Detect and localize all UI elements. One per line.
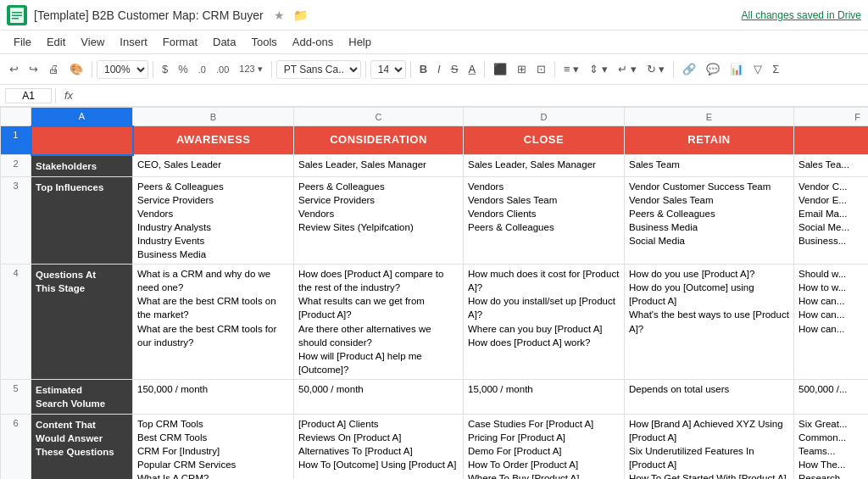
cell-f3[interactable]: Vendor C... Vendor E... Email Ma... Soci… [794, 176, 869, 265]
menu-addons[interactable]: Add-ons [286, 34, 340, 50]
row-num-6[interactable]: 6 [1, 415, 31, 479]
bold-button[interactable]: B [415, 60, 431, 78]
italic-button[interactable]: I [433, 60, 445, 78]
cell-d5[interactable]: 15,000 / month [464, 379, 625, 414]
save-status[interactable]: All changes saved in Drive [742, 9, 861, 21]
cell-a4[interactable]: Questions At This Stage [31, 265, 133, 380]
font-select[interactable]: PT Sans Ca... [276, 60, 361, 79]
cell-e6[interactable]: How [Brand A] Achieved XYZ Using [Produc… [625, 415, 794, 479]
zoom-select[interactable]: 100% [97, 60, 148, 79]
spreadsheet-table: A B C D E F 1 AWARENESS CONSIDERATION CL… [0, 107, 868, 479]
col-header-e[interactable]: E [625, 108, 794, 126]
cell-c4[interactable]: How does [Product A] compare to the rest… [294, 265, 464, 380]
cell-e3[interactable]: Vendor Customer Success Team Vendor Sale… [625, 176, 794, 265]
cell-c3[interactable]: Peers & Colleagues Service Providers Ven… [294, 176, 464, 265]
cell-b5[interactable]: 150,000 / month [133, 379, 294, 414]
sep4 [365, 61, 366, 78]
row-num-5[interactable]: 5 [1, 379, 31, 414]
formula-input[interactable] [81, 90, 863, 102]
cell-a3[interactable]: Top Influences [31, 176, 133, 265]
col-header-a[interactable]: A [31, 108, 133, 126]
undo-button[interactable]: ↩ [5, 60, 23, 78]
borders-button[interactable]: ⊞ [513, 60, 531, 78]
fill-color-button[interactable]: ⬛ [489, 60, 511, 78]
decimal2-button[interactable]: .00 [212, 62, 233, 77]
font-size-select[interactable]: 14 [370, 60, 406, 79]
cell-d2[interactable]: Sales Leader, Sales Manager [464, 155, 625, 177]
menu-insert[interactable]: Insert [113, 34, 154, 50]
cell-d3[interactable]: Vendors Vendors Sales Team Vendors Clien… [464, 176, 625, 265]
wrap-button[interactable]: ↵ ▾ [614, 60, 641, 78]
row-num-3[interactable]: 3 [1, 176, 31, 265]
merge-button[interactable]: ⊡ [532, 60, 550, 78]
percent-button[interactable]: % [174, 60, 192, 78]
cell-c1[interactable]: CONSIDERATION [294, 126, 464, 155]
col-header-c[interactable]: C [294, 108, 464, 126]
strikethrough-button[interactable]: S [447, 60, 463, 78]
sep1 [92, 61, 92, 78]
redo-button[interactable]: ↪ [25, 60, 42, 78]
cell-e1[interactable]: RETAIN [625, 126, 794, 155]
row-num-header [1, 108, 31, 126]
col-header-b[interactable]: B [133, 108, 294, 126]
currency-button[interactable]: $ [158, 60, 172, 78]
cell-c6[interactable]: [Product A] Clients Reviews On [Product … [294, 415, 464, 479]
cell-a1[interactable] [31, 126, 133, 155]
cell-e2[interactable]: Sales Team [625, 155, 794, 177]
filter-button[interactable]: ▽ [749, 60, 766, 78]
cell-d1[interactable]: CLOSE [464, 126, 625, 155]
cell-f1[interactable] [794, 126, 869, 155]
cell-reference-input[interactable] [5, 88, 52, 103]
row-num-4[interactable]: 4 [1, 265, 31, 380]
star-icon[interactable]: ★ [274, 8, 285, 22]
comment-button[interactable]: 💬 [702, 60, 724, 78]
format-number-button[interactable]: 123 ▾ [235, 61, 266, 77]
cell-d6[interactable]: Case Studies For [Product A] Pricing For… [464, 415, 625, 479]
cell-b3[interactable]: Peers & Colleagues Service Providers Ven… [133, 176, 294, 265]
menu-edit[interactable]: Edit [40, 34, 72, 50]
sep3 [271, 61, 272, 78]
doc-title[interactable]: [Template] B2B Customer Map: CRM Buyer [34, 8, 264, 22]
cell-b2[interactable]: CEO, Sales Leader [133, 155, 294, 177]
cell-a2[interactable]: Stakeholders [31, 155, 133, 177]
cell-b4[interactable]: What is a CRM and why do we need one? Wh… [133, 265, 294, 380]
cell-f2[interactable]: Sales Tea... [794, 155, 869, 177]
print-button[interactable]: 🖨 [44, 60, 64, 78]
sheet-container[interactable]: A B C D E F 1 AWARENESS CONSIDERATION CL… [0, 107, 868, 479]
align-button[interactable]: ≡ ▾ [559, 60, 583, 78]
menu-file[interactable]: File [7, 34, 38, 50]
cell-a6[interactable]: Content That Would Answer These Question… [31, 415, 133, 479]
sum-button[interactable]: Σ [768, 60, 783, 78]
cell-f6[interactable]: Six Great... Common... Teams... How The.… [794, 415, 869, 479]
cell-b1[interactable]: AWARENESS [133, 126, 294, 155]
cell-c5[interactable]: 50,000 / month [294, 379, 464, 414]
menu-tools[interactable]: Tools [244, 34, 283, 50]
valign-button[interactable]: ⇕ ▾ [585, 60, 612, 78]
top-bar: [Template] B2B Customer Map: CRM Buyer ★… [0, 0, 868, 31]
cell-a5[interactable]: Estimated Search Volume [31, 379, 133, 414]
col-header-d[interactable]: D [464, 108, 625, 126]
cell-d4[interactable]: How much does it cost for [Product A]? H… [464, 265, 625, 380]
cell-e5[interactable]: Depends on total users [625, 379, 794, 414]
text-color-button[interactable]: A [464, 60, 480, 78]
row-num-1[interactable]: 1 [1, 126, 31, 155]
row-num-2[interactable]: 2 [1, 155, 31, 177]
app-icon [7, 5, 27, 25]
link-button[interactable]: 🔗 [678, 60, 700, 78]
menu-format[interactable]: Format [156, 34, 204, 50]
formula-fx: fx [59, 89, 78, 102]
cell-e4[interactable]: How do you use [Product A]? How do you [… [625, 265, 794, 380]
col-header-f[interactable]: F [794, 108, 869, 126]
format-paint-button[interactable]: 🎨 [65, 60, 87, 78]
menu-view[interactable]: View [74, 34, 111, 50]
chart-button[interactable]: 📊 [726, 60, 748, 78]
folder-icon[interactable]: 📁 [293, 8, 308, 22]
cell-c2[interactable]: Sales Leader, Sales Manager [294, 155, 464, 177]
cell-f5[interactable]: 500,000 /... [794, 379, 869, 414]
decimal1-button[interactable]: .0 [194, 62, 210, 77]
menu-data[interactable]: Data [206, 34, 242, 50]
cell-b6[interactable]: Top CRM Tools Best CRM Tools CRM For [In… [133, 415, 294, 479]
menu-help[interactable]: Help [342, 34, 378, 50]
cell-f4[interactable]: Should w... How to w... How can... How c… [794, 265, 869, 380]
rotate-button[interactable]: ↻ ▾ [643, 60, 670, 78]
